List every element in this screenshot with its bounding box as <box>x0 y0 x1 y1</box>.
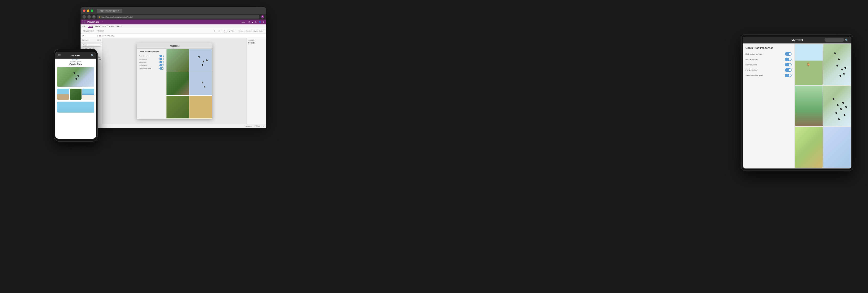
tablet-map-1 <box>823 44 851 85</box>
map-cell-2 <box>189 72 212 95</box>
tablet-map2-pin-6 <box>843 114 846 116</box>
menu-insert[interactable]: Insert <box>95 25 100 27</box>
photo-cell-3 <box>166 96 189 118</box>
tablet-body: Costa Rica Properties Distribution partn… <box>743 43 851 169</box>
tablet-map2-pin-1 <box>832 98 835 100</box>
close-button[interactable] <box>83 9 86 12</box>
tab-close-icon[interactable]: ✕ <box>118 9 120 12</box>
properties-panel: SCREEN Screen1 <box>247 38 266 124</box>
photo-cell-1 <box>166 49 189 72</box>
browser-tab[interactable]: App - PowerApps ✕ <box>97 9 122 13</box>
back-button[interactable]: ‹ <box>83 15 86 19</box>
menu-home[interactable]: Home <box>88 25 93 28</box>
phone-map <box>57 67 94 87</box>
tablet-photo-house <box>795 86 823 126</box>
maximize-button[interactable] <box>91 9 93 12</box>
search-box <box>81 42 102 48</box>
tablet-map2-pin-2 <box>837 104 839 106</box>
app-screen-header: MyTravel <box>137 43 212 49</box>
more-options-icon[interactable]: ••• <box>262 125 264 127</box>
app-brand: MyTravel <box>170 45 179 47</box>
phone-app-header: MyTravel 🔍 <box>55 52 96 59</box>
map-pin-2 <box>77 75 79 77</box>
app-photo-grid <box>166 49 212 119</box>
theme-label: Theme ▾ <box>97 30 104 32</box>
tablet-toggle-switch-4[interactable] <box>785 68 792 72</box>
address-bar[interactable]: 🔒 https://test.create.powerapps.com/stud… <box>97 15 259 19</box>
tablet-toggle-service: Service point <box>745 63 792 66</box>
interaction-label: Interaction <box>245 125 252 127</box>
waffle-icon[interactable] <box>83 21 86 24</box>
tablet-map-2 <box>823 86 851 126</box>
new-screen-button[interactable]: New screen ▾ <box>83 30 95 32</box>
toggle-switch-5[interactable] <box>159 67 164 69</box>
tablet-map2-pin-4 <box>835 112 837 114</box>
menu-file[interactable]: File <box>83 25 86 27</box>
property-selector[interactable]: Fill <box>81 35 98 37</box>
tablet-search[interactable] <box>825 38 844 42</box>
main-area: Screens ⊞ ≡ ▶ VisitorSignIn □ Rectangle1… <box>81 38 266 124</box>
tablet-map-pin-3 <box>836 64 838 67</box>
tablet-map-pin-4 <box>841 68 843 71</box>
tablet-map-pin-2 <box>838 58 840 61</box>
tablet-toggle-switch-1[interactable] <box>785 52 792 56</box>
formula-bar: Fill fx RGBA(0,0,0,1) <box>81 34 266 38</box>
tablet-title: Costa Rica Properties <box>745 47 792 49</box>
photo-cell-2 <box>166 72 189 95</box>
app-left-panel: Costa Rica Properties Distribution partn… <box>137 49 166 119</box>
app-panel-title: Costa Rica Properties <box>138 51 164 53</box>
tablet-map-pin-7 <box>839 75 842 77</box>
tablet-toggle-switch-3[interactable] <box>785 63 792 66</box>
tablet-map2-pin-8 <box>845 106 847 108</box>
panel-header: Screens ⊞ ≡ <box>81 38 102 42</box>
minimize-button[interactable] <box>87 9 89 12</box>
tablet-toggle-rental: Rental partner <box>745 58 792 61</box>
url-text: https://test.create.powerapps.com/studio… <box>101 16 133 18</box>
search-input[interactable] <box>82 43 101 47</box>
phone-device: MyTravel 🔍 Costa Rica April 12 to April … <box>54 49 98 142</box>
toggle-switch-2[interactable] <box>159 58 164 60</box>
tablet-toggle-prolyte: Prolyte Office <box>745 68 792 72</box>
screen-label: SCREEN <box>248 39 265 41</box>
tablet-search-icon[interactable]: 🔍 <box>845 38 848 42</box>
map-cell-1 <box>189 49 212 72</box>
tablet-toggle-switch-5[interactable] <box>785 74 792 77</box>
tablet-brand: MyTravel <box>792 38 803 41</box>
browser-window: App - PowerApps ✕ ‹ › ↻ 🔒 https://test.c… <box>81 7 266 124</box>
phone-photo-3 <box>82 89 94 99</box>
toggle-sales: Sales/Reseller point <box>138 67 164 69</box>
interaction-state: Off <box>258 125 260 127</box>
tablet-toggle-distribution: Distribution partner <box>745 52 792 56</box>
app-content: Costa Rica Properties Distribution partn… <box>137 49 212 119</box>
phone-photo-2 <box>70 89 82 99</box>
canvas-area[interactable]: MyTravel Costa Rica Properties Distribut… <box>102 38 247 124</box>
formula-input[interactable]: RGBA(0,0,0,1) <box>102 35 266 37</box>
theme-button[interactable]: Theme ▾ <box>96 30 105 32</box>
screens-label: Screens <box>82 39 88 41</box>
toggle-switch-3[interactable] <box>159 61 164 63</box>
user-icon: A <box>261 15 264 19</box>
menu-action[interactable]: Action <box>108 25 114 27</box>
phone-screen: MyTravel 🔍 Costa Rica April 12 to April … <box>55 52 96 139</box>
tablet-map2-pin-5 <box>842 101 844 104</box>
menu-view[interactable]: View <box>102 25 106 27</box>
screen-name: Screen1 <box>248 42 265 44</box>
phone-photo-1 <box>57 89 69 99</box>
tablet-toggle-switch-2[interactable] <box>785 58 792 61</box>
menu-screen[interactable]: Screen <box>116 25 122 27</box>
toggle-service: Service point <box>138 61 164 63</box>
refresh-button[interactable]: ↻ <box>92 15 96 19</box>
forward-button[interactable]: › <box>87 15 91 19</box>
app-screen-preview: MyTravel Costa Rica Properties Distribut… <box>137 43 212 119</box>
powerapps-toolbar: PowerApps ✓ App ↺ ▶ ▷ 👤 ? <box>81 20 266 24</box>
map-pin-3 <box>75 78 77 80</box>
hamburger-menu[interactable] <box>58 54 61 56</box>
address-bar-row: ‹ › ↻ 🔒 https://test.create.powerapps.co… <box>81 14 266 20</box>
tablet-map-pin-1 <box>834 52 836 54</box>
phone-search-icon[interactable]: 🔍 <box>91 54 94 57</box>
toggle-switch-1[interactable] <box>159 55 164 57</box>
powerapps-brand: PowerApps <box>87 21 100 23</box>
ribbon: New screen ▾ Theme ▾ B I U A ≡ 🖌 Fill ▾ … <box>81 28 266 34</box>
toggle-switch-4[interactable] <box>159 64 164 66</box>
interaction-toggle[interactable]: Off <box>254 125 260 127</box>
